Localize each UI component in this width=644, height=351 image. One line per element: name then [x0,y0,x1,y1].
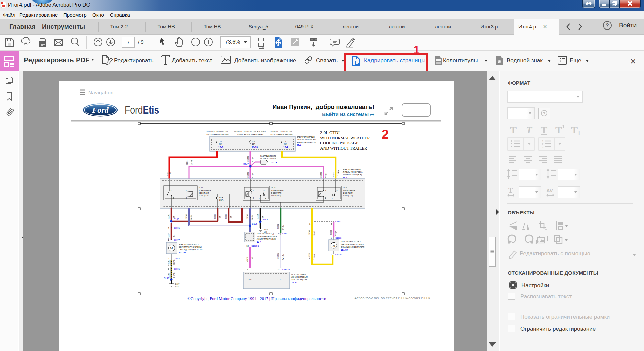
svg-text:Action took ms. on eccvas1900k: Action took ms. on eccvas1900k-eccvas190… [354,296,430,300]
svg-text:BK-YE: BK-YE [173,259,175,265]
svg-text:CEC01: CEC01 [277,253,279,259]
svg-text:32: 32 [246,245,249,247]
svg-text:ПОЛУЧАЕТ НАПРЯЖЕНИЕ В РЕЖИМЕ: ПОЛУЧАЕТ НАПРЯЖЕНИЕ В РЕЖИМЕ [234,131,267,133]
svg-text:AV: AV [546,188,553,193]
svg-text:АГРЕГАТОМ (РСМ): АГРЕГАТОМ (РСМ) [291,279,307,281]
svg-text:CEC06: CEC06 [308,230,310,235]
svg-text:ОХЛАЖДЕНИЯ ДВИГАТЕЛЯ: ОХЛАЖДЕНИЯ ДВИГАТЕЛЯ [341,246,364,248]
svg-text:«ЗАПУСК» ИЛИ «ЗАЖИГАНИЕ»: «ЗАПУСК» ИЛИ «ЗАЖИГАНИЕ» [237,133,263,135]
svg-text:CEC01: CEC01 [246,214,248,219]
svg-text:CEC06: CEC06 [308,253,310,259]
svg-text:МОЩНОСТИ В СМ: МОЩНОСТИ В СМ [260,157,276,159]
svg-text:24-12: 24-12 [291,281,297,284]
svg-text:25A: 25A [219,199,224,201]
svg-text:BN: BN [230,216,232,218]
svg-text:ТОРА (FC1): ТОРА (FC1) [343,195,353,197]
svg-text:1: 1 [331,237,332,239]
svg-text:13-13: 13-13 [252,146,258,148]
svg-text:1: 1 [168,239,169,241]
svg-text:11-1: 11-1 [343,176,347,179]
svg-text:CEC02: CEC02 [277,224,279,229]
svg-text:G107: G107 [175,283,179,285]
svg-text:BN: BN [173,235,175,237]
svg-text:VT-8N: VT-8N [252,157,254,162]
svg-text:C1038: C1038 [335,237,342,239]
svg-text:C1077: C1077 [174,257,180,260]
svg-text:YE-OG: YE-OG [313,254,315,260]
svg-text:АККУМУЛЯТОРА (BJB): АККУМУЛЯТОРА (BJB) [343,174,362,176]
svg-text:РЕЛЕ: РЕЛЕ [343,187,348,189]
svg-text:F34: F34 [252,141,255,143]
svg-text:2: 2 [331,253,332,255]
svg-text:13-3: 13-3 [218,146,223,148]
svg-text:YE-OG: YE-OG [313,231,315,236]
svg-text:S8B18: S8B18 [333,172,335,177]
svg-text:M: M [170,247,173,250]
svg-text:13-13: 13-13 [270,161,277,164]
svg-text:10-6: 10-6 [175,286,179,288]
svg-text:WITH NORMAL WEATHER: WITH NORMAL WEATHER [320,136,370,140]
svg-text:АККУМУЛЯТОРА (BJB): АККУМУЛЯТОРА (BJB) [297,141,316,143]
svg-text:C1035C: C1035C [251,245,259,247]
svg-text:BK: BK [262,216,264,218]
svg-text:S148: S148 [262,218,268,221]
svg-text:C1591: C1591 [174,227,180,229]
svg-text:РЕЛЕ: РЕЛЕ [271,187,276,189]
svg-text:ПОЛУЧАЕТ НАПРЯЖЕНИЕ: ПОЛУЧАЕТ НАПРЯЖЕНИЕ [270,131,293,133]
svg-text:WH-BU: WH-BU [251,214,253,220]
svg-text:УПРАВЛЕНИЯ: УПРАВЛЕНИЯ [343,189,355,191]
svg-text:C140: C140 [282,232,287,234]
svg-text:F9: F9 [284,141,286,143]
svg-text:1: 1 [578,130,580,136]
svg-text:CEC07: CEC07 [225,214,227,219]
svg-text:CEB34: CEB34 [320,172,322,178]
svg-text:C1077: C1077 [174,239,180,241]
svg-text:GD110: GD110 [168,260,170,266]
svg-text:ПОЛУЧАЕТ НАПРЯЖЕНИЕ: ПОЛУЧАЕТ НАПРЯЖЕНИЕ [206,131,229,133]
svg-text:ВЕНТИЛЯТОРА СИСТЕМЫ: ВЕНТИЛЯТОРА СИСТЕМЫ [179,246,202,248]
svg-text:2: 2 [382,127,389,141]
svg-text:C1891B: C1891B [282,268,290,271]
svg-text:В ПОСТОЯННОМ РЕЖИМЕ: В ПОСТОЯННОМ РЕЖИМЕ [270,133,293,135]
svg-text:1: 1 [309,223,311,225]
svg-text:AND WITHOUT TRAILER: AND WITHOUT TRAILER [320,146,367,151]
svg-text:LFC: LFC [278,279,282,281]
svg-text:1 ВЕНТИЛИ-: 1 ВЕНТИЛИ- [343,192,354,194]
svg-text:1: 1 [542,140,544,143]
svg-text:CEB34: CEB34 [247,172,249,178]
svg-text:YE-RD: YE-RD [337,170,339,176]
svg-text:ЛИТЕЛЬНАЯ КОРОБКА: ЛИТЕЛЬНАЯ КОРОБКА [297,139,317,141]
svg-text:VT207: VT207 [246,257,248,262]
svg-text:BN: BN [173,216,175,218]
svg-text:VT-8N: VT-8N [191,160,193,165]
svg-text:40A: 40A [284,143,287,145]
svg-text:4: 4 [247,269,248,271]
svg-text:13-4: 13-4 [257,241,261,243]
svg-text:2: 2 [168,268,169,270]
svg-text:CEC01: CEC01 [185,214,187,219]
svg-text:WH-BU: WH-BU [190,214,192,220]
svg-text:УПРАВЛЕНИЯ: УПРАВЛЕНИЯ [271,189,284,191]
svg-text:2.0L GTDI: 2.0L GTDI [320,130,340,135]
svg-text:M: M [332,244,335,247]
svg-text:13-4: 13-4 [283,146,288,148]
svg-text:УПРАВЛЕНИЯ: УПРАВЛЕНИЯ [199,189,211,191]
svg-text:HFC: HFC [248,279,252,281]
svg-text:F17: F17 [219,141,222,143]
svg-text:ТОРА (FC2): ТОРА (FC2) [199,195,209,197]
svg-text:CEB34: CEB34 [186,160,188,165]
svg-text:WH-BU: WH-BU [282,254,284,260]
svg-text:VT: VT [251,257,253,259]
svg-text:BK-YE: BK-YE [173,272,175,278]
svg-text:40A: 40A [219,143,222,145]
svg-text:S8B17: S8B17 [167,171,169,176]
svg-text:2: 2 [542,143,544,146]
svg-text:VT-8N: VT-8N [252,173,254,178]
svg-text:C1591: C1591 [335,220,342,223]
svg-text:ЛИТЕЛЬНАЯ КОРОБКА: ЛИТЕЛЬНАЯ КОРОБКА [343,171,363,173]
svg-text:F14: F14 [219,196,223,198]
svg-text:ЛИТЕЛЬНАЯ КОРОБКА: ЛИТЕЛЬНАЯ КОРОБКА [257,235,277,237]
svg-text:ВЕНТИЛЯТОРА СИСТЕМЫ: ВЕНТИЛЯТОРА СИСТЕМЫ [341,243,364,245]
svg-text:1: 1 [562,124,565,129]
svg-text:S168: S168 [174,218,179,220]
